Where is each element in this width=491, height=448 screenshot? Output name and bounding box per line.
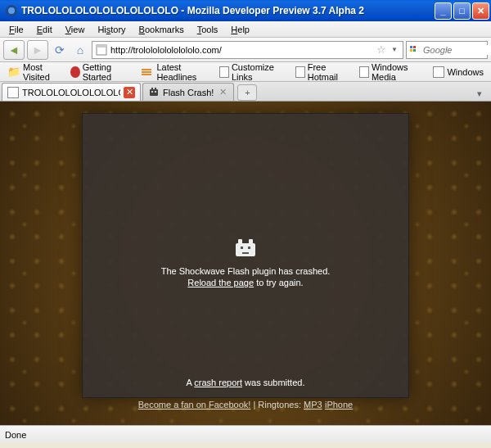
svg-rect-3 [97, 45, 106, 48]
svg-point-1 [8, 7, 15, 14]
svg-rect-10 [155, 88, 156, 90]
url-bar[interactable]: ☆ ▼ [92, 41, 403, 59]
page-icon [295, 66, 305, 78]
bookmark-latest-headlines[interactable]: Latest Headlines [137, 61, 214, 84]
menu-view[interactable]: View [60, 23, 91, 36]
firefox-icon [70, 66, 80, 78]
new-tab-button[interactable]: + [237, 84, 257, 101]
menu-bookmarks[interactable]: Bookmarks [133, 23, 190, 36]
svg-rect-4 [410, 46, 412, 48]
reload-page-link[interactable]: Reload the page [187, 278, 254, 287]
window-title: TROLOLOLOLOLOLOLOLOLOLO - Mozilla Develo… [21, 5, 435, 16]
search-input[interactable] [423, 45, 491, 55]
facebook-link[interactable]: Become a fan on Facebook! [138, 400, 251, 410]
minimize-button[interactable]: _ [435, 2, 452, 20]
page-footer-links: Become a fan on Facebook! | Ringtones: M… [0, 399, 491, 410]
home-button[interactable]: ⌂ [71, 41, 89, 59]
maximize-button[interactable]: □ [453, 2, 471, 20]
svg-point-12 [155, 91, 156, 93]
rss-icon [142, 69, 151, 75]
url-dropdown-icon[interactable]: ▼ [389, 46, 400, 53]
svg-rect-15 [249, 239, 253, 244]
svg-rect-17 [248, 247, 250, 249]
svg-rect-16 [241, 247, 243, 249]
bookmark-free-hotmail[interactable]: Free Hotmail [291, 61, 354, 84]
menu-bar: File Edit View History Bookmarks Tools H… [0, 21, 491, 38]
tab-close-button[interactable]: ✕ [217, 87, 228, 98]
url-input[interactable] [110, 45, 374, 55]
reload-button[interactable]: ⟳ [51, 41, 69, 59]
bookmark-windows[interactable]: Windows [429, 65, 488, 79]
crash-message: The Shockwave Flash plugin has crashed. [161, 266, 331, 276]
crash-report-link[interactable]: crash report [194, 378, 242, 387]
crash-report-line: A crash report was submitted. [83, 378, 408, 387]
page-icon [359, 66, 369, 78]
search-box[interactable] [406, 41, 488, 59]
favicon [7, 87, 19, 98]
svg-rect-5 [413, 46, 416, 48]
status-text: Done [5, 430, 26, 440]
crash-favicon [148, 86, 160, 99]
crash-reload-line: Reload the page to try again. [187, 278, 303, 287]
svg-rect-8 [150, 89, 158, 96]
svg-rect-13 [236, 243, 255, 256]
app-icon [5, 4, 18, 17]
tab-bar: TROLOLOLOLOLOLOLOLOLOLO ✕ Flash Crash! ✕… [0, 82, 491, 102]
page-icon [219, 66, 229, 78]
status-bar: Done [0, 425, 491, 443]
svg-rect-7 [413, 49, 416, 52]
site-identity-icon[interactable] [95, 43, 108, 57]
svg-point-11 [151, 91, 153, 93]
iphone-link[interactable]: iPhone [325, 400, 353, 410]
tab-close-button[interactable]: ✕ [124, 87, 135, 98]
tab-label: Flash Crash! [163, 88, 214, 97]
google-icon [409, 44, 421, 56]
window-titlebar: TROLOLOLOLOLOLOLOLOLOLO - Mozilla Develo… [0, 0, 491, 21]
menu-history[interactable]: History [92, 23, 131, 36]
svg-rect-18 [242, 252, 249, 254]
navigation-toolbar: ◄ ► ⟳ ⌂ ☆ ▼ [0, 38, 491, 62]
bookmark-star-icon[interactable]: ☆ [376, 43, 386, 56]
plugin-crash-overlay: The Shockwave Flash plugin has crashed. … [82, 113, 409, 398]
bookmark-getting-started[interactable]: Getting Started [66, 61, 136, 84]
tab-flash-crash[interactable]: Flash Crash! ✕ [142, 83, 234, 101]
forward-button[interactable]: ► [27, 40, 48, 60]
menu-file[interactable]: File [3, 23, 29, 36]
back-button[interactable]: ◄ [3, 40, 25, 60]
svg-rect-6 [410, 49, 412, 52]
bookmark-customize-links[interactable]: Customize Links [215, 61, 290, 84]
tab-label: TROLOLOLOLOLOLOLOLOLOLO [22, 88, 120, 97]
svg-rect-9 [151, 88, 153, 90]
mp3-link[interactable]: MP3 [304, 400, 322, 410]
svg-rect-14 [238, 239, 242, 244]
content-area: The Shockwave Flash plugin has crashed. … [0, 102, 491, 425]
folder-icon: 📁 [7, 66, 20, 78]
menu-help[interactable]: Help [225, 23, 255, 36]
bookmark-most-visited[interactable]: 📁Most Visited [3, 61, 65, 84]
menu-tools[interactable]: Tools [191, 23, 224, 36]
tab-list-button[interactable]: ▾ [472, 86, 487, 101]
close-button[interactable]: ✕ [472, 2, 489, 20]
bookmark-windows-media[interactable]: Windows Media [355, 61, 427, 84]
bookmarks-toolbar: 📁Most Visited Getting Started Latest Hea… [0, 62, 491, 82]
page-icon [433, 66, 444, 78]
crash-lego-icon [234, 237, 257, 258]
menu-edit[interactable]: Edit [31, 23, 58, 36]
tab-trololo[interactable]: TROLOLOLOLOLOLOLOLOLOLO ✕ [2, 83, 141, 101]
